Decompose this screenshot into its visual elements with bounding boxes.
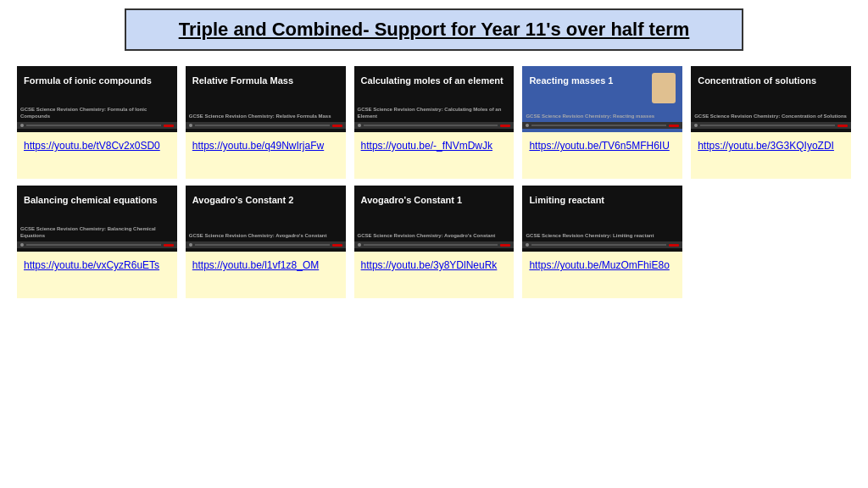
page-title: Triple and Combined- Support for Year 11… <box>179 19 690 40</box>
reacting-masses-person <box>652 73 676 103</box>
limiting-card: Limiting reactantGCSE Science Revision C… <box>522 186 682 298</box>
limiting-thumb-sub: GCSE Science Revision Chemistry: Limitin… <box>526 233 679 240</box>
relative-formula-thumbnail: Relative Formula MassGCSE Science Revisi… <box>186 66 346 132</box>
calculating-moles-thumb-sub: GCSE Science Revision Chemistry: Calcula… <box>358 107 511 120</box>
concentration-link-box: https://youtu.be/3G3KQIyoZDI <box>691 132 851 179</box>
formula-ionic-thumb-sub: GCSE Science Revision Chemistry: Formula… <box>20 107 174 120</box>
avogadro2-thumb-text: Avogadro's Constant 2 <box>192 194 294 206</box>
avogadro2-progress-bar <box>186 241 346 248</box>
limiting-link[interactable]: https://youtu.be/MuzOmFhiE8o <box>529 259 669 271</box>
concentration-thumb-text: Concentration of solutions <box>698 75 816 86</box>
calculating-moles-link-box: https://youtu.be/-_fNVmDwJk <box>354 132 515 179</box>
relative-formula-link[interactable]: https://youtu.be/q49NwIrjaFw <box>192 140 324 152</box>
formula-ionic-link-box: https://youtu.be/tV8Cv2x0SD0 <box>17 132 177 179</box>
reacting-masses-card: Reacting masses 1GCSE Science Revision C… <box>522 66 682 179</box>
concentration-thumbnail: Concentration of solutionsGCSE Science R… <box>691 66 851 132</box>
balancing-progress-bar <box>17 241 177 248</box>
concentration-link[interactable]: https://youtu.be/3G3KQIyoZDI <box>698 140 834 152</box>
avogadro1-link[interactable]: https://youtu.be/3y8YDlNeuRk <box>361 259 498 271</box>
balancing-card: Balancing chemical equationsGCSE Science… <box>17 186 177 298</box>
calculating-moles-progress-bar <box>354 122 515 129</box>
reacting-masses-progress-bar <box>522 122 682 129</box>
avogadro2-link-box: https://youtu.be/l1vf1z8_OM <box>186 252 346 298</box>
avogadro1-card: Avogadro's Constant 1GCSE Science Revisi… <box>354 186 515 298</box>
limiting-progress-bar <box>522 241 682 248</box>
relative-formula-thumb-text: Relative Formula Mass <box>192 75 293 86</box>
calculating-moles-card: Calculating moles of an elementGCSE Scie… <box>354 66 515 179</box>
formula-ionic-progress-bar <box>17 122 177 129</box>
avogadro2-card: Avogadro's Constant 2GCSE Science Revisi… <box>186 186 346 298</box>
reacting-masses-thumbnail: Reacting masses 1GCSE Science Revision C… <box>522 66 682 132</box>
concentration-card: Concentration of solutionsGCSE Science R… <box>691 66 851 179</box>
reacting-masses-link[interactable]: https://youtu.be/TV6n5MFH6IU <box>529 140 669 152</box>
relative-formula-progress-bar <box>186 122 346 129</box>
relative-formula-card: Relative Formula MassGCSE Science Revisi… <box>186 66 346 179</box>
concentration-progress-bar <box>691 122 851 129</box>
page-wrapper: Triple and Combined- Support for Year 11… <box>0 0 868 307</box>
avogadro2-link[interactable]: https://youtu.be/l1vf1z8_OM <box>192 259 319 271</box>
avogadro2-thumbnail: Avogadro's Constant 2GCSE Science Revisi… <box>186 186 346 252</box>
reacting-masses-thumb-text: Reacting masses 1 <box>529 75 613 86</box>
balancing-thumb-sub: GCSE Science Revision Chemistry: Balanci… <box>20 226 174 240</box>
page-title-box: Triple and Combined- Support for Year 11… <box>125 8 743 51</box>
reacting-masses-link-box: https://youtu.be/TV6n5MFH6IU <box>522 132 682 179</box>
relative-formula-thumb-sub: GCSE Science Revision Chemistry: Relativ… <box>189 114 342 120</box>
avogadro1-thumbnail: Avogadro's Constant 1GCSE Science Revisi… <box>354 186 515 252</box>
balancing-thumbnail: Balancing chemical equationsGCSE Science… <box>17 186 177 252</box>
formula-ionic-thumb-text: Formula of ionic compounds <box>24 75 152 86</box>
avogadro1-link-box: https://youtu.be/3y8YDlNeuRk <box>354 252 515 298</box>
reacting-masses-thumb-sub: GCSE Science Revision Chemistry: Reactin… <box>526 114 679 120</box>
calculating-moles-thumbnail: Calculating moles of an elementGCSE Scie… <box>354 66 515 132</box>
formula-ionic-thumbnail: Formula of ionic compoundsGCSE Science R… <box>17 66 177 132</box>
relative-formula-link-box: https://youtu.be/q49NwIrjaFw <box>186 132 346 179</box>
calculating-moles-thumb-text: Calculating moles of an element <box>361 75 504 86</box>
limiting-thumb-text: Limiting reactant <box>529 194 604 206</box>
formula-ionic-link[interactable]: https://youtu.be/tV8Cv2x0SD0 <box>24 140 160 152</box>
calculating-moles-link[interactable]: https://youtu.be/-_fNVmDwJk <box>361 140 492 152</box>
balancing-link[interactable]: https://youtu.be/vxCyzR6uETs <box>24 259 159 271</box>
row2-grid: Balancing chemical equationsGCSE Science… <box>13 186 855 298</box>
avogadro1-thumb-sub: GCSE Science Revision Chemistry: Avogadr… <box>358 233 511 240</box>
limiting-link-box: https://youtu.be/MuzOmFhiE8o <box>522 252 682 298</box>
concentration-thumb-sub: GCSE Science Revision Chemistry: Concent… <box>694 114 848 120</box>
formula-ionic-card: Formula of ionic compoundsGCSE Science R… <box>17 66 177 179</box>
balancing-link-box: https://youtu.be/vxCyzR6uETs <box>17 252 177 298</box>
limiting-thumbnail: Limiting reactantGCSE Science Revision C… <box>522 186 682 252</box>
row1-grid: Formula of ionic compoundsGCSE Science R… <box>13 66 855 179</box>
balancing-thumb-text: Balancing chemical equations <box>24 194 158 206</box>
empty-cell-5 <box>691 186 851 298</box>
avogadro1-progress-bar <box>354 241 515 248</box>
avogadro1-thumb-text: Avogadro's Constant 1 <box>361 194 463 206</box>
avogadro2-thumb-sub: GCSE Science Revision Chemistry: Avogadr… <box>189 233 342 240</box>
